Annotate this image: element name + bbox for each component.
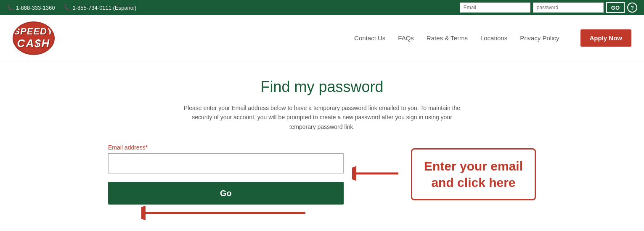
email-login-input[interactable] xyxy=(460,3,530,13)
nav-faqs[interactable]: FAQs xyxy=(398,34,414,42)
phone-numbers: 📞 1-888-333-1360 📞 1-855-734-0111 (Españ… xyxy=(7,4,136,11)
page-description: Please enter your Email address below to… xyxy=(179,103,465,131)
phone-1: 📞 1-888-333-1360 xyxy=(7,4,55,11)
nav-privacy-policy[interactable]: Privacy Policy xyxy=(520,34,559,42)
phone-icon-2: 📞 xyxy=(64,4,71,11)
help-button[interactable]: ? xyxy=(627,3,637,13)
nav-contact-us[interactable]: Contact Us xyxy=(354,34,385,42)
phone-2: 📞 1-855-734-0111 (Español) xyxy=(64,4,137,11)
email-label: Email address* xyxy=(108,144,344,151)
bottom-arrow-svg xyxy=(141,200,310,226)
logo-text: SPEEDY CA$H xyxy=(13,26,53,50)
nav-links: Contact Us FAQs Rates & Terms Locations … xyxy=(354,29,631,47)
bottom-arrow-wrapper xyxy=(141,200,377,227)
login-area: GO ? xyxy=(460,2,637,13)
email-address-input[interactable] xyxy=(108,153,344,173)
logo[interactable]: SPEEDY CA$H xyxy=(13,21,55,55)
callout-line2: and click here xyxy=(431,176,515,189)
email-input-row xyxy=(108,153,344,173)
logo-ellipse: SPEEDY CA$H xyxy=(13,21,55,55)
annotation-wrapper: Email address* Go Enter your email and c xyxy=(108,144,536,205)
top-bar: 📞 1-888-333-1360 📞 1-855-734-0111 (Españ… xyxy=(0,0,644,15)
logo-cash: CA$H xyxy=(17,37,50,50)
phone-icon-1: 📞 xyxy=(7,4,14,11)
callout-line1: Enter your email xyxy=(424,159,523,173)
form-left: Email address* Go xyxy=(108,144,344,205)
logo-speedy: SPEEDY xyxy=(13,26,53,37)
page-title: Find my password xyxy=(260,78,383,96)
description-text: Please enter your Email address below to… xyxy=(184,105,460,130)
nav-rates-terms[interactable]: Rates & Terms xyxy=(427,34,468,42)
callout-box: Enter your email and click here xyxy=(411,148,536,200)
login-go-button[interactable]: GO xyxy=(606,2,625,13)
arrow-svg xyxy=(352,161,403,186)
nav-bar: SPEEDY CA$H Contact Us FAQs Rates & Term… xyxy=(0,15,644,61)
password-login-input[interactable] xyxy=(533,3,604,13)
nav-locations[interactable]: Locations xyxy=(480,34,507,42)
arrow-annotation xyxy=(352,161,403,188)
main-content: Find my password Please enter your Email… xyxy=(0,61,644,231)
apply-now-button[interactable]: Apply Now xyxy=(580,29,632,47)
